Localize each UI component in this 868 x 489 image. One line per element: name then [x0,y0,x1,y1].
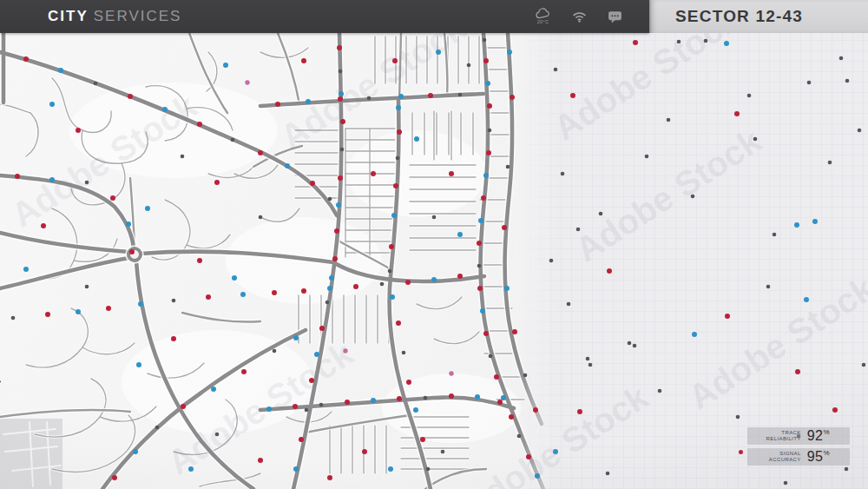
status-dot [405,280,411,285]
status-dot [607,268,612,274]
status-dot [345,400,350,405]
status-dot [396,105,401,110]
status-dot [477,286,483,291]
status-dot [293,466,299,472]
status-dot [371,171,376,176]
status-dot [340,148,345,152]
status-dot [23,56,29,62]
status-dot [509,414,514,420]
status-dot [299,437,304,442]
wifi-indicator[interactable] [572,11,587,23]
app-title-primary: CITY [48,8,89,24]
status-dot [502,225,507,230]
status-dot [858,129,862,133]
status-dot [396,320,401,326]
weather-indicator[interactable]: 20°C [535,8,551,25]
status-dot [340,119,345,124]
status-dot [633,344,637,348]
top-bar: CITYSERVICES 20°C [0,0,868,33]
status-dot [449,171,454,176]
status-dot [812,219,818,224]
status-dot [589,363,593,367]
status-dot [328,197,332,202]
status-dot [724,41,729,46]
status-dot [677,40,681,44]
status-dot [795,369,800,374]
status-dot [293,335,299,340]
status-dot [214,180,220,185]
status-dot [441,450,445,454]
app-title: CITYSERVICES [0,8,181,25]
top-bar-dark-section: CITYSERVICES 20°C [0,0,649,33]
status-dot [259,215,263,220]
status-dot [396,156,400,161]
status-dot [725,314,730,319]
status-dot [332,256,338,261]
status-dot [428,93,433,98]
status-dot [436,50,441,55]
status-dot [327,286,332,291]
temperature-label: 20°C [537,20,549,25]
status-dot [338,175,343,181]
status-dot [794,222,799,228]
status-dot [41,223,46,228]
status-dot [231,138,235,142]
status-dot [457,232,463,237]
status-dot [258,150,263,155]
status-dot [734,111,740,116]
status-dot [172,299,176,303]
status-dot [667,118,671,122]
status-dot [327,475,332,480]
status-dot [329,275,334,281]
status-dot [133,449,138,454]
stats-panel: TRACK RELIABILITY 92% SIGNAL ACCURACY 95… [747,427,850,469]
status-dot [424,396,428,400]
status-dot [599,212,603,216]
status-dot [487,103,492,109]
status-dot [110,195,115,201]
status-dot [507,50,512,55]
stat-value: 95% [807,449,850,465]
status-dot [561,172,565,176]
status-dot [85,181,89,185]
signal-accuracy-readout: SIGNAL ACCURACY 95% [747,448,850,466]
status-dot [393,183,398,188]
status-dot [549,259,554,263]
status-dot [310,181,315,186]
status-dot [206,294,211,300]
status-dot [305,408,309,413]
status-dot [273,349,277,354]
status-dot [126,221,131,227]
status-dot [645,155,649,159]
status-dot [478,218,483,223]
status-dot [832,407,838,413]
status-dot [301,288,306,294]
status-dot [628,341,632,346]
status-dot [526,454,531,459]
status-dot [828,161,832,165]
status-dot [481,195,486,201]
status-dot [367,96,372,101]
status-dot [258,458,263,463]
status-dot [570,93,575,98]
status-dot [181,155,185,159]
status-dot [343,348,347,353]
status-dot [483,173,489,178]
status-dot [155,426,160,430]
status-dot [553,449,558,454]
status-dot [480,308,485,314]
status-dot [339,69,343,74]
status-dot [293,404,298,409]
status-dot [391,213,397,218]
status-dot [390,294,395,300]
status-dot [272,290,277,295]
status-dot [402,351,406,355]
status-dot [58,68,63,73]
status-dot [223,63,228,68]
status-dot [136,362,141,367]
status-dot [49,102,55,107]
status-dot [807,81,812,85]
status-dot [397,396,402,401]
chat-indicator[interactable] [608,10,622,23]
status-dot [23,267,29,272]
